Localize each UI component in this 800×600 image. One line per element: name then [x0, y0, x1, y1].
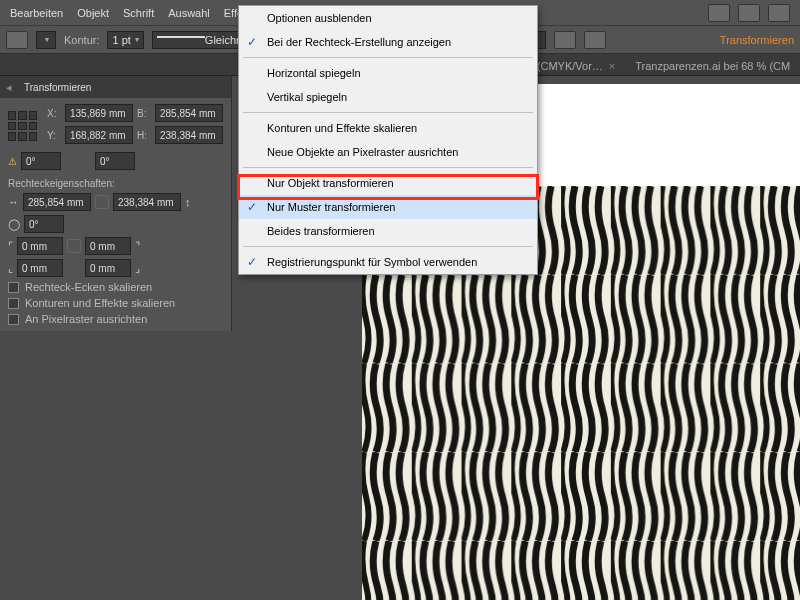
fill-swatch[interactable]	[6, 31, 28, 49]
width-field[interactable]: 285,854 mm	[155, 104, 223, 122]
align-pixel-checkbox[interactable]: An Pixelraster ausrichten	[8, 313, 223, 325]
corner-4-field[interactable]: 0 mm	[85, 259, 131, 277]
h-label: H:	[137, 130, 151, 141]
corner-icon: ⌜	[8, 240, 13, 253]
panel-tab-transform[interactable]: Transformieren	[16, 80, 99, 95]
y-label: Y:	[47, 130, 61, 141]
panel-tabbar: ◂ Transformieren	[0, 76, 231, 98]
arrange-icon[interactable]	[738, 4, 760, 22]
menu-item-align-pixel-grid[interactable]: Neue Objekte an Pixelraster ausrichten	[239, 140, 537, 164]
bridge-icon[interactable]	[708, 4, 730, 22]
corner-2-field[interactable]: 0 mm	[85, 237, 131, 255]
menu-item-hide-options[interactable]: Optionen ausblenden	[239, 6, 537, 30]
transform-link[interactable]: Transformieren	[720, 34, 794, 46]
menu-separator	[243, 167, 533, 168]
menu-separator	[243, 57, 533, 58]
rect-height-field[interactable]: 238,384 mm	[113, 193, 181, 211]
reference-point-grid[interactable]	[8, 111, 37, 141]
y-field[interactable]: 168,882 mm	[65, 126, 133, 144]
menu-auswahl[interactable]: Auswahl	[168, 7, 210, 19]
rotate-field[interactable]: 0°	[21, 152, 61, 170]
transform-panel: ◂ Transformieren X: 135,869 mm B: 285,85…	[0, 76, 232, 331]
corner-1-field[interactable]: 0 mm	[17, 237, 63, 255]
stroke-label: Kontur:	[64, 34, 99, 46]
recolor-icon[interactable]	[554, 31, 576, 49]
rect-angle-field[interactable]: 0°	[24, 215, 64, 233]
menu-item-use-reg-point[interactable]: ✓Registrierungspunkt für Symbol verwende…	[239, 250, 537, 274]
corner-3-field[interactable]: 0 mm	[17, 259, 63, 277]
menu-item-flip-horizontal[interactable]: Horizontal spiegeln	[239, 61, 537, 85]
panel-flyout-menu: Optionen ausblenden ✓Bei der Rechteck-Er…	[238, 5, 538, 275]
menu-item-transform-pattern-only[interactable]: ✓Nur Muster transformieren	[239, 195, 537, 219]
menu-item-transform-both[interactable]: Beides transformieren	[239, 219, 537, 243]
height-icon: ↕	[185, 196, 191, 208]
width-icon: ↔	[8, 196, 19, 208]
x-field[interactable]: 135,869 mm	[65, 104, 133, 122]
menu-objekt[interactable]: Objekt	[77, 7, 109, 19]
height-field[interactable]: 238,384 mm	[155, 126, 223, 144]
document-tab[interactable]: Tranzparenzen.ai bei 68 % (CM	[625, 57, 800, 75]
menu-item-show-on-rect-create[interactable]: ✓Bei der Rechteck-Erstellung anzeigen	[239, 30, 537, 54]
corner-icon: ⌟	[135, 262, 140, 275]
scale-strokes-checkbox[interactable]: Konturen und Effekte skalieren	[8, 297, 223, 309]
menu-schrift[interactable]: Schrift	[123, 7, 154, 19]
rect-props-heading: Rechteckeigenschaften:	[8, 178, 223, 189]
angle-icon: ◯	[8, 218, 20, 231]
menu-separator	[243, 246, 533, 247]
menu-item-flip-vertical[interactable]: Vertikal spiegeln	[239, 85, 537, 109]
link-icon[interactable]	[67, 239, 81, 253]
fill-menu[interactable]	[36, 31, 56, 49]
close-icon[interactable]: ×	[609, 60, 615, 72]
menu-separator	[243, 112, 533, 113]
align-icon[interactable]	[584, 31, 606, 49]
menu-item-transform-object-only[interactable]: Nur Objekt transformieren	[239, 171, 537, 195]
scale-corners-checkbox[interactable]: Rechteck-Ecken skalieren	[8, 281, 223, 293]
stroke-weight-field[interactable]: 1 pt	[107, 31, 143, 49]
b-label: B:	[137, 108, 151, 119]
sync-icon[interactable]	[768, 4, 790, 22]
rect-width-field[interactable]: 285,854 mm	[23, 193, 91, 211]
shear-field[interactable]: 0°	[95, 152, 135, 170]
menu-bearbeiten[interactable]: Bearbeiten	[10, 7, 63, 19]
corner-icon: ⌝	[135, 240, 140, 253]
menu-item-scale-strokes[interactable]: Konturen und Effekte skalieren	[239, 116, 537, 140]
link-icon[interactable]	[95, 195, 109, 209]
x-label: X:	[47, 108, 61, 119]
corner-icon: ⌞	[8, 262, 13, 275]
